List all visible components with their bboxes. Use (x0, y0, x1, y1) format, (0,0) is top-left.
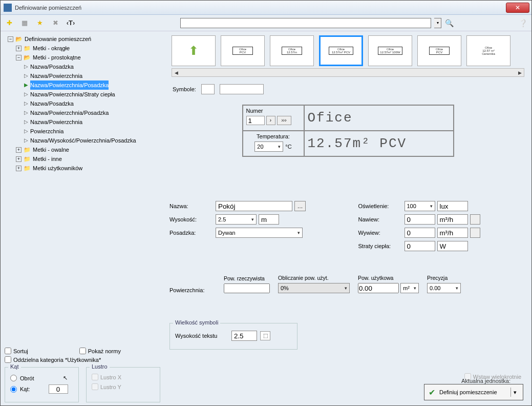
kat-radio[interactable]: Kąt: (10, 384, 73, 394)
obrot-radio[interactable]: Obrót↖ (10, 375, 73, 381)
tree-leaf[interactable]: Nazwa/Powierzchnia (30, 71, 82, 80)
wywiew-extra[interactable] (470, 228, 480, 238)
straty-input[interactable] (405, 241, 435, 251)
temp-dropdown[interactable]: 20 (254, 141, 283, 152)
thumbnail-scrollbar[interactable]: ◀ ▶ (172, 68, 524, 77)
tree-leaf[interactable]: Nazwa/Posadzka (30, 62, 74, 71)
category-tree[interactable]: −📂Definiowanie pomieszczeń +📁Metki - okr… (5, 34, 160, 346)
wysokosc-unit[interactable] (259, 214, 279, 225)
thumbnail-item[interactable]: ⬆ (172, 35, 216, 66)
definiuj-button[interactable]: ✔ Definiuj pomieszczenie ▾ (424, 384, 523, 400)
tree-leaf[interactable]: Nazwa/Wysokość/Powierzchnia/Posadzka (30, 136, 136, 145)
thumbnail-item[interactable]: Ofice12.57 m²Ceramika (466, 35, 510, 66)
lustro-y-checkbox: Lustro Y (92, 383, 155, 390)
list-icon[interactable]: ▦ (20, 18, 29, 28)
thumbnail-item[interactable]: Ofice12.57m² 100W (368, 35, 412, 66)
expander-icon[interactable]: + (16, 46, 22, 51)
add-icon[interactable]: ✚ (5, 18, 14, 28)
search-dropdown[interactable]: ▾ (434, 18, 441, 28)
scroll-left-icon[interactable]: ◀ (172, 70, 180, 75)
search-icon[interactable]: 🔍 (444, 18, 454, 28)
straty-unit[interactable] (437, 241, 468, 251)
tree-panel: −📂Definiowanie pomieszczeń +📁Metki - okr… (1, 31, 164, 405)
oddzielna-checkbox[interactable]: Oddzielna kategoria *Użytkownika* (5, 356, 160, 363)
ws-title: Wielkość symboli (173, 319, 220, 326)
pick-height-button[interactable]: ⬚ (260, 331, 270, 340)
wywiew-input[interactable] (405, 228, 435, 238)
thumbnail-item[interactable]: OficePCV (221, 35, 265, 66)
close-button[interactable]: ✕ (506, 3, 529, 13)
tree-leaf[interactable]: Powierzchnia (30, 127, 63, 136)
oswietlenie-unit[interactable] (437, 201, 468, 211)
numer-label: Numer (246, 108, 301, 114)
app-icon (4, 4, 12, 12)
main-window: Definiowanie pomieszczeń ✕ ✚ ▦ ★ ✖ ‹T› ▾… (0, 0, 532, 406)
thumbnail-item-selected[interactable]: Ofice12.57m² PCV (319, 35, 363, 66)
nazwa-label: Nazwa: (169, 203, 216, 209)
nazwa-browse-button[interactable]: … (294, 201, 306, 211)
tree-leaf[interactable]: Nazwa/Powierzchnia/Posadzka (30, 108, 109, 117)
wielkosc-symboli-group: Wielkość symboli Wysokość tekstu ⬚ (169, 323, 297, 350)
uzytkowa-input[interactable] (358, 283, 399, 293)
tree-leaf[interactable]: Nazwa/Powierzchnia (30, 117, 82, 127)
rzeczywista-input[interactable] (224, 283, 270, 293)
pokaz-normy-checkbox[interactable]: Pokaż normy (79, 348, 121, 354)
tree-leaf[interactable]: Nazwa/Powierzchnia/Straty ciepła (30, 90, 115, 99)
delete-icon[interactable]: ✖ (51, 18, 60, 28)
rzeczywista-label: Pow. rzeczywista (224, 275, 270, 281)
posadzka-dropdown[interactable]: Dywan (216, 228, 303, 238)
expander-icon[interactable]: − (8, 36, 13, 42)
wywiew-unit[interactable] (437, 228, 468, 238)
tree-root[interactable]: Definiowanie pomieszczeń (25, 34, 91, 44)
nawiew-extra[interactable] (470, 214, 480, 225)
leaf-icon: ▷ (24, 117, 28, 127)
tree-item[interactable]: Metki użytkowników (33, 164, 82, 173)
tree-item[interactable]: Metki - inne (33, 154, 62, 164)
preview-area: 12.57m² PCV (304, 131, 454, 156)
sortuj-checkbox[interactable]: Sortuj (5, 348, 28, 354)
text-icon[interactable]: ‹T› (66, 18, 75, 28)
nawiew-unit[interactable] (437, 214, 468, 225)
wysokosc-tekstu-input[interactable] (231, 331, 257, 341)
obliczanie-dropdown[interactable]: 0% (278, 283, 350, 293)
uzytkowa-unit-dropdown[interactable]: m² (400, 283, 419, 293)
definiuj-dropdown[interactable]: ▾ (510, 388, 519, 397)
wysokosc-dropdown[interactable]: 2.5 (216, 214, 257, 225)
definiuj-label: Definiuj pomieszczenie (439, 389, 497, 395)
lustro-title: Lustro (90, 363, 110, 370)
numer-next-button[interactable]: › (266, 116, 275, 125)
precyzja-dropdown[interactable]: 0.00 (427, 283, 461, 293)
star-icon[interactable]: ★ (35, 18, 45, 28)
symbole-box[interactable] (201, 84, 215, 94)
numer-input[interactable] (246, 116, 265, 125)
help-icon[interactable]: ❔ (518, 18, 527, 28)
expander-icon[interactable]: − (16, 55, 22, 60)
leaf-icon: ▷ (24, 62, 28, 71)
tree-leaf[interactable]: Nazwa/Posadzka (30, 99, 74, 108)
thumbnail-item[interactable]: Ofice12.57m (270, 35, 314, 66)
tree-item[interactable]: Metki - owalne (33, 145, 69, 154)
leaf-icon: ▷ (24, 99, 28, 108)
preview-box: Numer › ››› Ofice Temperatura: 20 °C 12.… (242, 105, 454, 157)
expander-icon[interactable]: + (16, 166, 22, 171)
precyzja-label: Precyzja (427, 275, 461, 281)
kat-input[interactable] (49, 384, 68, 394)
tree-leaf-selected[interactable]: Nazwa/Powierzchnia/Posadzka (30, 80, 109, 90)
straty-label: Straty ciepła: (358, 243, 405, 249)
folder-icon: 📁 (24, 164, 31, 173)
thumbnail-row: ⬆ OficePCV Ofice12.57m Ofice12.57m² PCV … (169, 34, 526, 67)
expander-icon[interactable]: + (16, 147, 22, 153)
nawiew-input[interactable] (405, 214, 435, 225)
symbole-box-wide[interactable] (220, 84, 264, 94)
oswietlenie-dropdown[interactable]: 100 (405, 201, 435, 211)
wysokosc-tekstu-label: Wysokość tekstu (175, 333, 231, 339)
numer-fast-button[interactable]: ››› (277, 116, 291, 125)
scroll-right-icon[interactable]: ▶ (516, 70, 524, 75)
nazwa-input[interactable] (216, 201, 292, 211)
tree-item[interactable]: Metki - prostokątne (33, 53, 81, 62)
expander-icon[interactable]: + (16, 156, 22, 162)
leaf-icon: ▷ (24, 127, 28, 136)
thumbnail-item[interactable]: OficePCV (417, 35, 461, 66)
search-input[interactable] (180, 18, 431, 28)
tree-item[interactable]: Metki - okrągłe (33, 44, 70, 53)
